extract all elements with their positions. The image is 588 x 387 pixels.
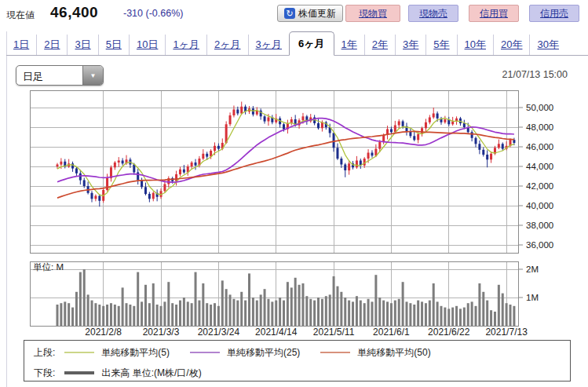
volume-bar bbox=[202, 283, 204, 326]
order-button-1[interactable]: 現物買 bbox=[345, 5, 400, 22]
candle-body bbox=[498, 144, 500, 148]
volume-bar bbox=[240, 292, 243, 326]
candle-body bbox=[451, 122, 454, 125]
candle-body bbox=[229, 115, 232, 124]
tab-period-8[interactable]: 3ヶ月 bbox=[248, 35, 290, 55]
candle-body bbox=[137, 173, 139, 181]
volume-bar bbox=[398, 299, 400, 326]
tab-period-15[interactable]: 20年 bbox=[493, 35, 529, 55]
volume-bar bbox=[133, 306, 135, 326]
volume-bar bbox=[363, 303, 366, 326]
order-button-4[interactable]: 信用売 bbox=[529, 5, 579, 22]
volume-bar bbox=[475, 306, 477, 326]
tab-period-4[interactable]: 5日 bbox=[98, 35, 129, 55]
volume-bar bbox=[114, 305, 116, 326]
volume-bar bbox=[498, 285, 500, 326]
volume-bar bbox=[126, 303, 128, 326]
candle-body bbox=[83, 181, 86, 187]
volume-bar bbox=[167, 282, 170, 326]
y-axis-label: 38,000 bbox=[526, 221, 553, 230]
volume-bar bbox=[367, 299, 370, 326]
legend-swatch bbox=[64, 371, 94, 374]
tab-period-11[interactable]: 2年 bbox=[364, 35, 395, 55]
candle-body bbox=[478, 144, 480, 150]
candle-body bbox=[75, 169, 78, 173]
volume-bar bbox=[409, 303, 411, 326]
order-button-2[interactable]: 現物売 bbox=[408, 5, 458, 22]
volume-axis-label: 1M bbox=[526, 293, 539, 302]
candle-body bbox=[60, 162, 62, 165]
candle-body bbox=[267, 118, 269, 122]
y-axis-label: 44,000 bbox=[526, 162, 553, 171]
volume-bar bbox=[340, 292, 342, 326]
volume-bar bbox=[356, 296, 358, 326]
candle-body bbox=[502, 144, 504, 148]
volume-bar bbox=[287, 282, 289, 326]
y-axis-label: 36,000 bbox=[526, 240, 553, 250]
candle-body bbox=[183, 170, 185, 173]
volume-bar bbox=[390, 303, 393, 326]
volume-bar bbox=[236, 301, 239, 326]
volume-bar bbox=[325, 296, 327, 326]
interval-select[interactable]: 日足 ▼ bbox=[16, 65, 104, 86]
refresh-quote-button[interactable]: ↻ 株価更新 bbox=[277, 5, 343, 22]
tab-period-6[interactable]: 1ヶ月 bbox=[165, 35, 206, 55]
x-axis-label: 2021/6/22 bbox=[428, 327, 470, 338]
volume-bar bbox=[275, 301, 277, 326]
tab-period-2[interactable]: 2日 bbox=[36, 35, 67, 55]
legend-swatch bbox=[190, 352, 220, 353]
tab-period-12[interactable]: 3年 bbox=[395, 35, 425, 55]
stock-chart-page: 現在値 46,400 -310 (-0.66%) ↻ 株価更新 現物買現物売信用… bbox=[0, 0, 588, 387]
price-volume-chart: 50,00048,00046,00044,00042,00040,00038,0… bbox=[0, 86, 588, 345]
candle-body bbox=[232, 110, 235, 116]
tab-period-10[interactable]: 1年 bbox=[334, 35, 364, 55]
legend-item-label: 単純移動平均(5) bbox=[101, 346, 170, 360]
legend-lower-items: 出来高 単位:(M株/口/枚) bbox=[64, 367, 221, 380]
candle-body bbox=[202, 154, 204, 159]
volume-bar bbox=[122, 287, 124, 326]
volume-bar bbox=[360, 301, 362, 326]
volume-bar bbox=[478, 283, 480, 326]
candle-body bbox=[79, 173, 82, 181]
volume-bar bbox=[87, 294, 89, 326]
period-tab-bar: 1日2日3日5日10日1ヶ月2ヶ月3ヶ月6ヶ月1年2年3年5年10年20年30年 bbox=[6, 32, 588, 56]
volume-bar bbox=[137, 272, 139, 326]
candle-body bbox=[301, 116, 304, 120]
chevron-down-icon[interactable]: ▼ bbox=[82, 66, 103, 85]
volume-bar bbox=[283, 301, 285, 326]
volume-bar bbox=[221, 280, 224, 326]
tab-period-13[interactable]: 5年 bbox=[425, 35, 456, 55]
candle-body bbox=[490, 154, 492, 160]
legend-item: 単純移動平均(25) bbox=[190, 346, 300, 360]
volume-bar bbox=[305, 296, 308, 326]
candle-body bbox=[436, 114, 439, 119]
volume-bar bbox=[160, 306, 163, 326]
candle-body bbox=[98, 196, 100, 201]
candle-body bbox=[152, 193, 155, 199]
volume-bar bbox=[471, 301, 473, 326]
candle-body bbox=[195, 162, 197, 166]
volume-bar bbox=[75, 292, 78, 326]
tab-period-9[interactable]: 6ヶ月 bbox=[289, 31, 334, 56]
volume-bar bbox=[298, 285, 301, 326]
volume-bar bbox=[455, 306, 458, 326]
volume-bar bbox=[290, 287, 293, 326]
candle-body bbox=[141, 181, 143, 188]
volume-bar bbox=[252, 298, 254, 326]
legend-item: 単純移動平均(50) bbox=[320, 346, 430, 360]
volume-bar bbox=[374, 275, 377, 326]
volume-bar bbox=[444, 308, 446, 326]
tab-period-5[interactable]: 10日 bbox=[129, 35, 165, 55]
order-button-3[interactable]: 信用買 bbox=[469, 5, 519, 22]
tab-period-16[interactable]: 30年 bbox=[529, 35, 565, 55]
tab-period-14[interactable]: 10年 bbox=[457, 35, 493, 55]
tab-period-7[interactable]: 2ヶ月 bbox=[206, 35, 248, 55]
refresh-button-label: 株価更新 bbox=[298, 7, 336, 20]
current-price-value: 46,400 bbox=[50, 4, 98, 21]
tab-period-3[interactable]: 3日 bbox=[67, 35, 97, 55]
volume-bar bbox=[378, 298, 381, 326]
y-axis-label: 42,000 bbox=[526, 181, 553, 191]
volume-bar bbox=[371, 301, 373, 326]
volume-bar bbox=[225, 289, 228, 326]
tab-period-1[interactable]: 1日 bbox=[6, 35, 36, 55]
